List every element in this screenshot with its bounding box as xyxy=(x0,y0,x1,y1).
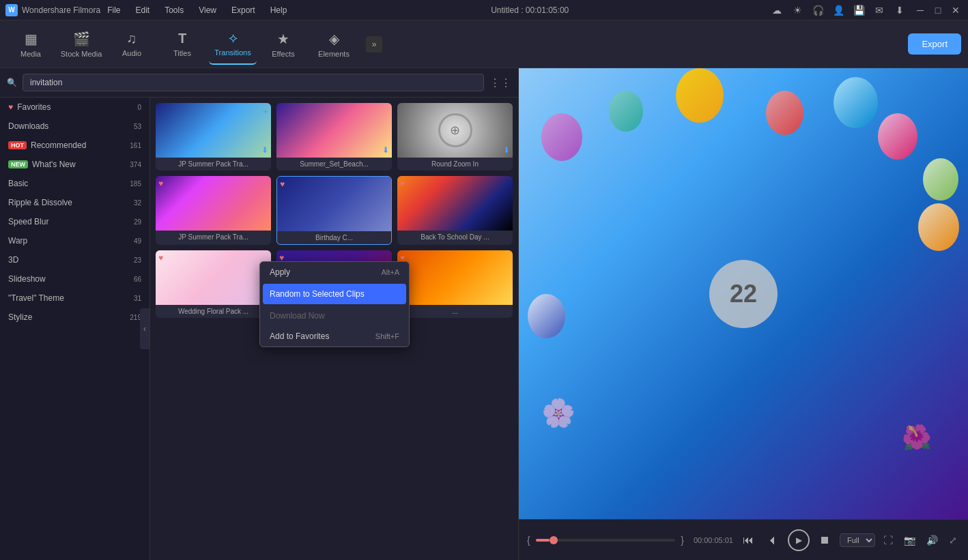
slideshow-count: 66 xyxy=(134,276,141,283)
menu-tools[interactable]: Tools xyxy=(162,4,186,16)
sun-icon[interactable]: ☀ xyxy=(791,3,804,17)
stop-button[interactable]: ⏹ xyxy=(815,531,834,550)
balloon-9 xyxy=(528,294,565,338)
toolbar-effects[interactable]: ★ Effects xyxy=(259,24,307,65)
sidebar-collapse-button[interactable]: ‹ xyxy=(140,308,150,349)
context-random[interactable]: Random to Selected Clips xyxy=(263,284,406,304)
menu-bar: File Edit Tools View Export Help xyxy=(104,4,289,16)
sidebar-speed-blur-label: Speed Blur xyxy=(8,217,48,226)
sidebar-item-warp[interactable]: Warp 49 xyxy=(0,231,150,250)
grid-thumb-9: ♥ xyxy=(397,250,513,305)
recommended-left: HOT Recommended xyxy=(8,141,86,150)
new-badge: NEW xyxy=(8,160,28,168)
save-icon[interactable]: 💾 xyxy=(852,3,866,17)
close-button[interactable]: ✕ xyxy=(949,3,963,17)
menu-help[interactable]: Help xyxy=(268,4,290,16)
grid-item-5[interactable]: ♥ Birthday C... xyxy=(276,176,392,245)
grid-item-4[interactable]: ♥ JP Summer Pack Tra... xyxy=(156,176,271,245)
heart-icon-5: ♥ xyxy=(280,179,285,189)
context-random-label: Random to Selected Clips xyxy=(270,289,365,299)
sidebar-item-basic[interactable]: Basic 185 xyxy=(0,174,150,193)
travel-count: 31 xyxy=(134,295,141,302)
screenshot-icon[interactable]: 📷 xyxy=(901,532,918,548)
balloon-3 xyxy=(676,68,724,123)
toolbar-audio[interactable]: ♫ Audio xyxy=(108,24,156,65)
ripple-count: 32 xyxy=(134,199,141,207)
preview-area: 22 🌸 🌺 xyxy=(519,68,968,519)
audio-icon-preview[interactable]: 🔊 xyxy=(924,532,941,548)
quality-select[interactable]: Full xyxy=(840,533,875,547)
skip-back-button[interactable]: ⏮ xyxy=(739,531,758,550)
preview-balloons-bg: 22 🌸 🌺 xyxy=(519,68,968,519)
sidebar: ♥ Favorites 0 Downloads 53 HOT Recommend… xyxy=(0,98,150,560)
sidebar-item-3d[interactable]: 3D 23 xyxy=(0,250,150,269)
preview-progress-bar[interactable] xyxy=(536,539,676,542)
toolbar-stock-label: Stock Media xyxy=(61,50,102,58)
search-input[interactable] xyxy=(23,74,484,91)
balloon-5 xyxy=(834,77,878,128)
main-area: 🔍 ⋮⋮ ♥ Favorites 0 Downloads 53 xyxy=(0,68,968,560)
grid-item-2[interactable]: ⬇ Summer_Set_Beach... xyxy=(276,103,392,171)
flower-decoration: 🌸 xyxy=(541,397,575,429)
round-zoom-arrows-icon: ⊕ xyxy=(450,123,460,138)
context-menu: Apply Alt+A Random to Selected Clips Dow… xyxy=(259,261,410,347)
toolbar-titles-label: Titles xyxy=(173,49,191,57)
menu-edit[interactable]: Edit xyxy=(133,4,153,16)
download-icon[interactable]: ⬇ xyxy=(893,3,907,17)
sidebar-item-travel[interactable]: "Travel" Theme 31 xyxy=(0,289,150,308)
collapse-toolbar-button[interactable]: » xyxy=(366,36,382,53)
grid-item-1[interactable]: + ⬇ JP Summer Pack Tra... xyxy=(156,103,271,171)
expand-icon[interactable]: ⤢ xyxy=(946,532,960,548)
search-settings-icon[interactable]: ⋮⋮ xyxy=(489,76,511,89)
cloud-icon[interactable]: ☁ xyxy=(770,3,784,17)
title-bar-left: W Wondershare Filmora File Edit Tools Vi… xyxy=(5,4,289,16)
sidebar-item-slideshow[interactable]: Slideshow 66 xyxy=(0,269,150,289)
menu-view[interactable]: View xyxy=(196,4,219,16)
headset-icon[interactable]: 🎧 xyxy=(811,3,825,17)
preview-controls: { } 00:00:05:01 ⏮ ⏴ ▶ ⏹ Full ⛶ 📷 🔊 ⤢ xyxy=(519,519,968,560)
toolbar-titles[interactable]: T Titles xyxy=(158,24,206,65)
timeline-mark-left: { xyxy=(527,535,530,546)
grid-thumb-6: ♥ xyxy=(397,176,513,231)
menu-file[interactable]: File xyxy=(104,4,123,16)
context-favorites-shortcut: Shift+F xyxy=(375,332,399,340)
grid-item-6[interactable]: ♥ Back To School Day ... xyxy=(397,176,513,245)
toolbar-transitions[interactable]: ⟡ Transitions xyxy=(209,24,257,65)
user-icon[interactable]: 👤 xyxy=(831,3,845,17)
heart-icon-4: ♥ xyxy=(158,179,163,188)
preview-number-display: 22 xyxy=(709,260,778,328)
toolbar-elements-label: Elements xyxy=(318,50,350,58)
minimize-button[interactable]: ─ xyxy=(913,3,927,17)
sidebar-item-recommended[interactable]: HOT Recommended 161 xyxy=(0,136,150,155)
sidebar-slideshow-label: Slideshow xyxy=(8,274,46,284)
toolbar-media-label: Media xyxy=(20,50,41,58)
grid-item-9[interactable]: ♥ ... xyxy=(397,250,513,318)
mail-icon[interactable]: ✉ xyxy=(872,3,886,17)
play-button[interactable]: ▶ xyxy=(788,529,810,551)
sidebar-stylize-label: Stylize xyxy=(8,312,32,322)
sidebar-ripple-label: Ripple & Dissolve xyxy=(8,198,72,207)
maximize-button[interactable]: □ xyxy=(931,3,945,17)
sidebar-item-favorites[interactable]: ♥ Favorites 0 xyxy=(0,98,150,117)
toolbar-stock-media[interactable]: 🎬 Stock Media xyxy=(57,24,105,65)
whats-new-left: NEW What's New xyxy=(8,160,76,169)
fullscreen-icon[interactable]: ⛶ xyxy=(881,532,896,548)
toolbar-elements[interactable]: ◈ Elements xyxy=(310,24,358,65)
sidebar-item-whats-new[interactable]: NEW What's New 374 xyxy=(0,155,150,174)
sidebar-item-ripple[interactable]: Ripple & Dissolve 32 xyxy=(0,193,150,212)
sidebar-item-speed-blur[interactable]: Speed Blur 29 xyxy=(0,212,150,231)
context-download-label: Download Now xyxy=(270,311,325,321)
toolbar-media[interactable]: ▦ Media xyxy=(7,24,55,65)
transitions-icon: ⟡ xyxy=(229,30,238,46)
grid-item-3[interactable]: ⊕ ⬇ Round Zoom In xyxy=(397,103,513,171)
sidebar-item-downloads[interactable]: Downloads 53 xyxy=(0,117,150,136)
title-bar: W Wondershare Filmora File Edit Tools Vi… xyxy=(0,0,968,20)
menu-export[interactable]: Export xyxy=(229,4,258,16)
context-favorites[interactable]: Add to Favorites Shift+F xyxy=(260,326,409,347)
grid-item-7[interactable]: ♥ Wedding Floral Pack ... xyxy=(156,250,271,318)
context-apply[interactable]: Apply Alt+A xyxy=(260,262,409,282)
step-back-button[interactable]: ⏴ xyxy=(763,531,782,550)
sidebar-item-stylize[interactable]: Stylize 219 xyxy=(0,308,150,327)
export-button[interactable]: Export xyxy=(908,33,961,55)
timeline-mark-right: } xyxy=(681,535,684,546)
